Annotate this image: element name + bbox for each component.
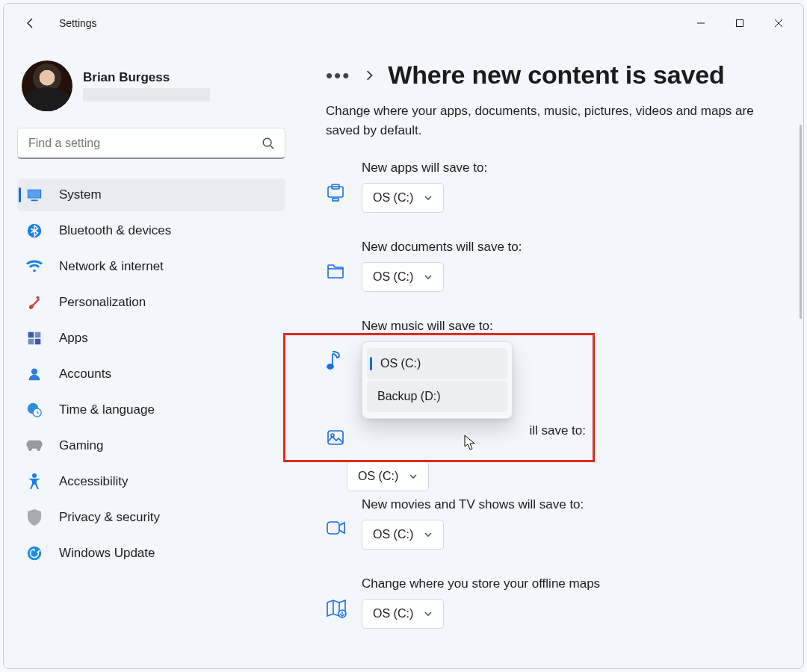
paintbrush-icon xyxy=(26,294,43,311)
minimize-icon xyxy=(696,19,705,28)
sidebar-item-label: Privacy & security xyxy=(59,510,160,525)
apps-icon xyxy=(26,330,43,346)
documents-category-icon xyxy=(326,262,345,281)
dropdown-value: OS (C:) xyxy=(358,470,398,483)
sidebar-item-personalization[interactable]: Personalization xyxy=(17,286,285,319)
setting-apps: New apps will save to: OS (C:) xyxy=(326,161,776,213)
sidebar-item-bluetooth[interactable]: Bluetooth & devices xyxy=(17,214,285,247)
svg-rect-3 xyxy=(28,190,41,198)
maps-drive-dropdown[interactable]: OS (C:) xyxy=(362,599,444,629)
app-title: Settings xyxy=(59,17,97,29)
pictures-category-icon xyxy=(326,428,345,447)
setting-maps: Change where you store your offline maps… xyxy=(326,576,776,629)
dropdown-value: OS (C:) xyxy=(373,191,413,205)
setting-label-obscured: ill save to: xyxy=(362,423,586,438)
sidebar-item-network[interactable]: Network & internet xyxy=(17,250,285,283)
titlebar: Settings xyxy=(4,4,803,43)
svg-rect-8 xyxy=(35,332,41,338)
system-icon xyxy=(26,187,43,203)
setting-label: Change where you store your offline maps xyxy=(362,576,600,591)
arrow-left-icon xyxy=(25,17,37,29)
setting-label: New movies and TV shows will save to: xyxy=(362,497,584,512)
apps-drive-dropdown[interactable]: OS (C:) xyxy=(362,183,444,213)
chevron-down-icon xyxy=(409,472,418,481)
sidebar-item-label: Bluetooth & devices xyxy=(59,223,171,238)
breadcrumb-more-icon[interactable]: ••• xyxy=(326,66,350,85)
sidebar-item-accounts[interactable]: Accounts xyxy=(17,358,285,391)
profile-name: Brian Burgess xyxy=(83,70,210,85)
svg-point-14 xyxy=(32,473,37,478)
profile-email-redacted xyxy=(83,88,210,102)
setting-label: New apps will save to: xyxy=(362,161,487,175)
sidebar-item-accessibility[interactable]: Accessibility xyxy=(17,465,285,498)
svg-rect-20 xyxy=(328,431,343,444)
chevron-down-icon xyxy=(424,273,433,281)
chevron-right-icon xyxy=(364,70,374,81)
maps-category-icon xyxy=(326,599,345,618)
setting-label: New documents will save to: xyxy=(362,240,522,255)
close-button[interactable] xyxy=(760,10,797,37)
chevron-down-icon xyxy=(424,193,433,202)
svg-point-15 xyxy=(28,547,41,560)
app-window: Settings Brian Burgess xyxy=(3,3,804,669)
maximize-icon xyxy=(735,19,744,28)
sidebar-item-label: Apps xyxy=(59,331,88,346)
dropdown-value: OS (C:) xyxy=(373,607,413,620)
sidebar-item-label: Personalization xyxy=(59,295,146,310)
breadcrumb: ••• Where new content is saved xyxy=(326,60,776,90)
sidebar-item-system[interactable]: System xyxy=(17,178,285,211)
close-icon xyxy=(774,19,783,28)
sidebar-item-label: Time & language xyxy=(59,402,155,417)
window-controls xyxy=(682,10,797,37)
back-button[interactable] xyxy=(16,8,46,38)
search-icon xyxy=(262,137,275,150)
svg-rect-18 xyxy=(333,199,338,201)
svg-point-11 xyxy=(31,369,37,375)
sidebar-item-label: Accounts xyxy=(59,367,111,382)
dropdown-value: OS (C:) xyxy=(373,270,413,284)
profile[interactable]: Brian Burgess xyxy=(17,60,285,128)
documents-drive-dropdown[interactable]: OS (C:) xyxy=(362,262,444,292)
minimize-button[interactable] xyxy=(682,10,720,37)
gamepad-icon xyxy=(26,438,43,454)
page-title: Where new content is saved xyxy=(388,60,724,90)
setting-documents: New documents will save to: OS (C:) xyxy=(326,240,776,292)
search xyxy=(17,128,285,159)
pictures-drive-dropdown[interactable]: OS (C:) xyxy=(347,461,429,491)
sidebar-item-privacy[interactable]: Privacy & security xyxy=(17,501,285,534)
page-description: Change where your apps, documents, music… xyxy=(326,102,776,140)
globe-clock-icon xyxy=(26,402,43,418)
scrollbar-thumb[interactable] xyxy=(800,125,802,319)
svg-rect-10 xyxy=(35,339,41,345)
setting-pictures: ill save to: OS (C:) xyxy=(326,423,776,467)
svg-rect-7 xyxy=(28,332,34,338)
search-input[interactable] xyxy=(17,128,285,159)
svg-rect-9 xyxy=(28,339,34,345)
sidebar-item-label: System xyxy=(59,187,102,202)
sidebar-item-apps[interactable]: Apps xyxy=(17,322,285,355)
sidebar-item-label: Accessibility xyxy=(59,474,129,489)
svg-rect-4 xyxy=(31,199,37,201)
wifi-icon xyxy=(26,258,43,275)
person-icon xyxy=(26,366,43,382)
dropdown-option-os-c[interactable]: OS (C:) xyxy=(367,348,507,379)
sidebar-item-gaming[interactable]: Gaming xyxy=(17,429,285,462)
music-category-icon xyxy=(326,350,345,370)
svg-rect-16 xyxy=(328,187,343,197)
setting-label: New music will save to: xyxy=(362,319,513,334)
setting-music: New music will save to: OS (C:) Backup (… xyxy=(326,319,776,419)
sidebar-item-windows-update[interactable]: Windows Update xyxy=(17,537,285,570)
dropdown-option-backup-d[interactable]: Backup (D:) xyxy=(367,381,507,412)
svg-rect-6 xyxy=(36,296,40,299)
movies-drive-dropdown[interactable]: OS (C:) xyxy=(362,520,444,550)
main-content: ••• Where new content is saved Change wh… xyxy=(299,43,803,668)
sidebar-item-time-language[interactable]: Time & language xyxy=(17,393,285,426)
sidebar-item-label: Network & internet xyxy=(59,259,164,274)
update-icon xyxy=(26,545,43,561)
setting-movies: New movies and TV shows will save to: OS… xyxy=(326,497,776,550)
maximize-button[interactable] xyxy=(721,10,758,37)
svg-rect-0 xyxy=(737,20,743,27)
svg-point-19 xyxy=(327,364,333,369)
sidebar-nav: System Bluetooth & devices Network & int… xyxy=(17,178,285,570)
movies-category-icon xyxy=(326,520,345,539)
